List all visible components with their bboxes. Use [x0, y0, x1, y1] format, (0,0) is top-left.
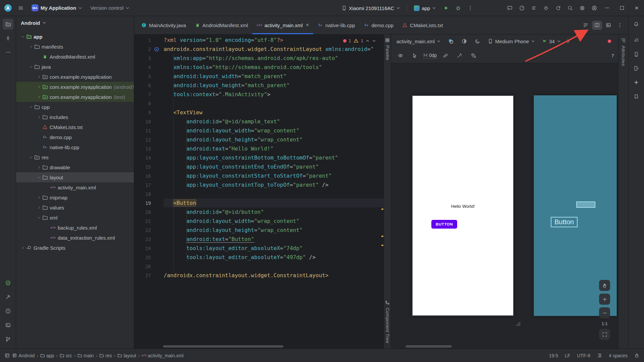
surface-mode-button[interactable] [445, 36, 456, 47]
tree-item[interactable]: </>backup_rules.xml [16, 223, 134, 233]
bug-report-button[interactable] [541, 3, 551, 13]
gemini-button[interactable] [631, 77, 642, 88]
code-editor[interactable]: 1234567891011121314151617181920212223242… [134, 35, 384, 349]
code-line[interactable]: android:id="@+id/button" [164, 207, 384, 217]
code-line[interactable]: android:id="@+id/sample_text" [164, 117, 384, 126]
gutter-line[interactable]: 20 [134, 207, 164, 217]
gutter-line[interactable]: 24 [134, 244, 164, 253]
chevron-right-icon[interactable] [19, 245, 26, 250]
chevron-right-icon[interactable] [36, 165, 42, 170]
theme-button[interactable] [459, 36, 470, 47]
chevron-right-icon[interactable] [36, 84, 42, 89]
chevron-up-icon[interactable] [366, 39, 370, 43]
code-line[interactable]: tools:layout_editor_absoluteY="497dp" /> [164, 253, 384, 262]
gutter-line[interactable]: 27 [134, 271, 164, 280]
tree-item[interactable]: C+demo.cpp [16, 132, 134, 142]
design-file-selector[interactable]: activity_main.xml [394, 38, 443, 45]
chevron-down-icon[interactable] [36, 215, 42, 220]
code-line[interactable]: android:layout_width="wrap_content" [164, 126, 384, 135]
project-view-selector[interactable]: Android [16, 16, 134, 29]
gutter-line[interactable]: 23 [134, 235, 164, 244]
gutter-line[interactable]: 2 [134, 45, 164, 54]
code-line[interactable]: tools:context=".MainActivity"> [164, 90, 384, 99]
tree-item[interactable]: com.example.myapplication(test) [16, 92, 134, 102]
gutter-line[interactable]: 10 [134, 117, 164, 126]
code-line[interactable]: android:layout_width="match_parent" [164, 72, 384, 81]
chevron-right-icon[interactable] [36, 94, 42, 100]
gutter-line[interactable]: 13 [134, 144, 164, 153]
attributes-label[interactable]: Attributes [621, 46, 626, 66]
gutter-line[interactable]: 21 [134, 217, 164, 226]
gutter-line[interactable]: 19 [134, 198, 164, 207]
gutter-line[interactable]: 18 [134, 189, 164, 198]
tree-item[interactable]: includes [16, 112, 134, 122]
code-line[interactable]: app:layout_constraintTop_toTopOf="parent… [164, 180, 384, 189]
breadcrumb-item[interactable]: </>activity_main.xml [142, 353, 184, 358]
gutter-line[interactable]: 9 [134, 108, 164, 117]
tree-item[interactable]: AndroidManifest.xml [16, 52, 134, 62]
infer-constraints-button[interactable] [454, 50, 465, 61]
warning-stripe-mark[interactable] [381, 208, 383, 210]
tree-item[interactable]: manifests [16, 42, 134, 52]
tree-item[interactable]: app [16, 32, 134, 42]
design-surface[interactable]: Hello World! BUTTON Button [391, 63, 618, 349]
close-window-button[interactable]: × [629, 0, 644, 16]
tree-item[interactable]: res [16, 152, 134, 162]
chevron-down-icon[interactable] [28, 104, 34, 110]
bookmarks-button[interactable] [631, 91, 642, 102]
code-line[interactable]: android:layout_width="wrap_content" [164, 217, 384, 226]
version-control-button[interactable] [3, 334, 13, 345]
warning-stripe-mark[interactable] [381, 245, 383, 246]
chevron-right-icon[interactable] [36, 114, 42, 120]
build-variants-button[interactable] [3, 278, 13, 288]
code-line[interactable]: android:text="Hello World!" [164, 144, 384, 153]
tree-item[interactable]: mipmap [16, 192, 134, 202]
help-button[interactable]: ? [611, 53, 614, 58]
resize-handle-icon[interactable] [515, 320, 521, 327]
blueprint-button[interactable]: Button [551, 217, 578, 227]
terminal-button[interactable] [3, 320, 13, 330]
preview-button[interactable]: BUTTON [431, 220, 457, 229]
maximize-button[interactable] [614, 0, 629, 16]
zoom-to-fit-button[interactable] [599, 329, 610, 340]
code-view-button[interactable] [581, 21, 591, 30]
code-line[interactable]: app:layout_constraintStart_toStartOf="pa… [164, 171, 384, 180]
kebab-button[interactable] [465, 3, 476, 13]
issues-button[interactable] [604, 36, 615, 47]
gutter-line[interactable]: 12 [134, 135, 164, 144]
night-mode-button[interactable] [472, 36, 483, 47]
inspections-widget[interactable]: 1 1 [341, 38, 378, 44]
editor-tab[interactable]: C+demo.cpp [359, 16, 398, 34]
search-button[interactable] [565, 3, 576, 13]
commit-button[interactable] [3, 33, 13, 44]
code-line[interactable]: android:text="Button" [164, 235, 384, 244]
logcat-button[interactable] [529, 3, 539, 13]
code-line[interactable]: <Button [164, 198, 384, 207]
pack-button[interactable] [468, 50, 479, 61]
tree-item[interactable]: </>data_extraction_rules.xml [16, 233, 134, 243]
attributes-icon[interactable] [621, 38, 626, 43]
zoom-out-button[interactable] [599, 307, 610, 318]
breadcrumb-item[interactable]: res [99, 353, 112, 358]
view-options-button[interactable] [395, 50, 406, 61]
readonly-lock-icon[interactable] [634, 353, 639, 358]
gutter-line[interactable]: 17 [134, 180, 164, 189]
code-line[interactable]: xmlns:tools="http://schemas.android.com/… [164, 63, 384, 72]
tree-item[interactable]: java [16, 62, 134, 72]
design-horizontal-scrollbar[interactable] [406, 345, 452, 348]
breadcrumb-item[interactable]: app [40, 353, 54, 358]
tree-item[interactable]: CMakeLists.txt [16, 122, 134, 132]
line-separator[interactable]: LF [565, 353, 570, 358]
more-tools-button[interactable] [3, 47, 13, 58]
gutter-line[interactable]: 7 [134, 90, 164, 99]
editor-code[interactable]: ?xml version="1.0" encoding="utf-8"?>and… [164, 35, 384, 349]
breadcrumb-item[interactable]: Android [12, 353, 35, 358]
zoom-ratio-label[interactable]: 1:1 [601, 321, 607, 326]
gutter-line[interactable]: 15 [134, 162, 164, 171]
code-line[interactable]: /androidx.constraintlayout.widget.Constr… [164, 271, 384, 280]
breadcrumb-item[interactable]: layout [117, 353, 136, 358]
palette-tab[interactable]: Palette [385, 38, 390, 60]
gutter-line[interactable]: 11 [134, 126, 164, 135]
project-folder-button[interactable] [3, 19, 13, 29]
gutter-line[interactable]: 16 [134, 171, 164, 180]
